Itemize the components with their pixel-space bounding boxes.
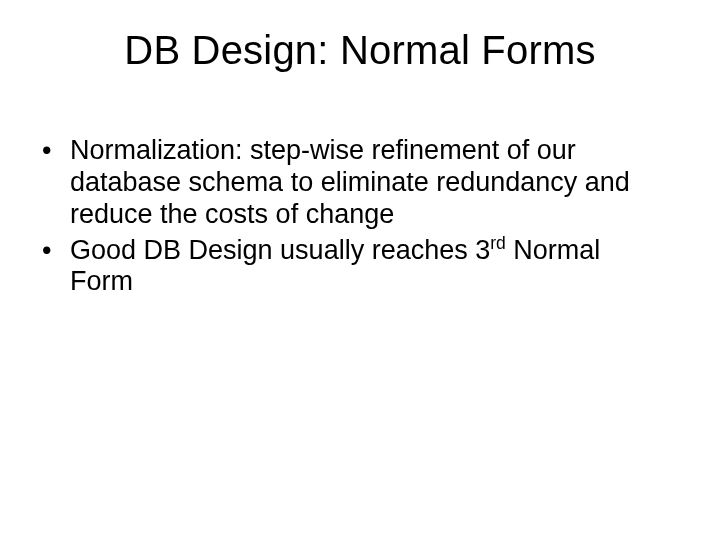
slide-body: Normalization: step-wise refinement of o… (38, 135, 670, 302)
slide-title: DB Design: Normal Forms (0, 28, 720, 73)
bullet-item: Good DB Design usually reaches 3rd Norma… (38, 235, 670, 299)
bullet-item: Normalization: step-wise refinement of o… (38, 135, 670, 231)
slide: DB Design: Normal Forms Normalization: s… (0, 0, 720, 540)
bullet-text: Normalization: step-wise refinement of o… (70, 135, 630, 229)
ordinal-superscript: rd (490, 233, 506, 253)
bullet-list: Normalization: step-wise refinement of o… (38, 135, 670, 298)
bullet-text-prefix: Good DB Design usually reaches 3 (70, 235, 490, 265)
